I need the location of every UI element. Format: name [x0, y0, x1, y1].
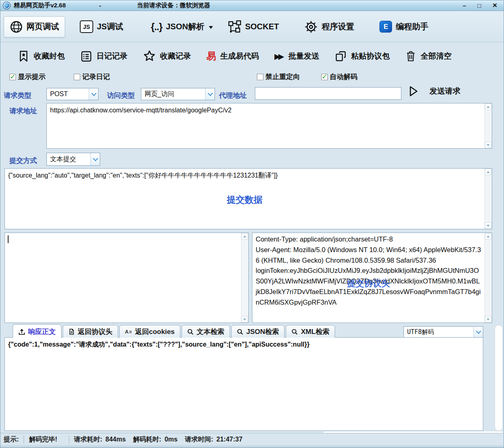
decode-mode-value: UTF8解码: [404, 327, 473, 337]
checkbox-label: 禁止重定向: [265, 72, 300, 81]
scrollbar[interactable]: [484, 233, 492, 323]
tab-response-body[interactable]: 响应正文: [13, 324, 61, 338]
chevron-down-icon[interactable]: [209, 26, 213, 31]
nav-tab-label: JSON解析: [166, 21, 204, 32]
favorite-record-button[interactable]: 收藏记录: [143, 50, 191, 63]
request-headers-value[interactable]: Content-Type: application/json;charset=U…: [252, 233, 484, 323]
scrollbar[interactable]: [484, 169, 492, 229]
nav-tab-settings[interactable]: 程序设置: [298, 16, 360, 37]
checkbox-no-redirect[interactable]: 禁止重定向: [257, 72, 300, 81]
nav-tab-js-debug[interactable]: JS JS调试: [74, 17, 129, 37]
device-info: 当前请求设备：微软浏览器: [137, 2, 210, 9]
scroll-up-icon[interactable]: [241, 233, 248, 239]
nav-tab-coding-helper[interactable]: E 编程助手: [374, 17, 434, 36]
paste-protocol-button[interactable]: 粘贴协议包: [335, 50, 390, 62]
scrollbar[interactable]: [241, 233, 248, 323]
chevron-down-icon[interactable]: [89, 88, 98, 100]
request-url-label: 请求地址: [9, 106, 37, 116]
send-request-button[interactable]: 发送请求: [408, 85, 460, 97]
tab-json-search[interactable]: JSON检索: [231, 325, 285, 338]
response-body-value[interactable]: {"code":1,"message":"请求成功","data":{"text…: [5, 338, 483, 430]
status-tip-label: 提示:: [4, 435, 19, 444]
star-icon: [143, 50, 156, 63]
nav-tab-web-debug[interactable]: 网页调试: [4, 16, 65, 37]
scrollbar[interactable]: [484, 103, 492, 148]
app-logo-icon: [3, 2, 11, 9]
tab-xml-search[interactable]: XML检索: [286, 325, 335, 338]
scroll-up-icon[interactable]: [485, 169, 491, 175]
search-icon: [291, 329, 298, 335]
nav-tab-label: 编程助手: [396, 21, 428, 32]
text-cursor: [8, 235, 9, 243]
chevron-down-icon[interactable]: [205, 88, 215, 100]
request-type-select[interactable]: POST: [46, 88, 99, 100]
extra-data-box[interactable]: [4, 233, 249, 323]
diary-log-button[interactable]: 日记记录: [80, 50, 127, 62]
document-icon: [68, 328, 75, 335]
nav-tab-socket[interactable]: SOCKET: [222, 16, 285, 37]
window-bottom-edge: [0, 445, 504, 448]
checkbox-auto-decode[interactable]: 自动解码: [321, 72, 357, 81]
chevron-down-icon[interactable]: [90, 153, 100, 165]
nav-tab-label: 网页调试: [26, 21, 59, 32]
search-icon: [187, 329, 194, 335]
save-packet-button[interactable]: 收藏封包: [18, 50, 65, 62]
nav-tab-label: SOCKET: [245, 22, 279, 31]
bookmark-star-icon: [18, 50, 30, 62]
batch-send-button[interactable]: ▶▶ 批量发送: [274, 51, 319, 61]
request-url-box[interactable]: https://api.chatknow.com/service-mqtt/tr…: [46, 103, 492, 149]
tab-return-headers[interactable]: 返回协议头: [63, 325, 118, 338]
yi-icon: 易: [206, 50, 216, 63]
scroll-down-icon[interactable]: [485, 222, 491, 229]
app-window: 精易网页助手v2.68 - 当前请求设备：微软浏览器 – □ × 网页调试 JS…: [0, 0, 504, 448]
scroll-down-icon[interactable]: [485, 316, 491, 323]
title-bar: 精易网页助手v2.68 - 当前请求设备：微软浏览器 – □ ×: [0, 0, 504, 11]
submit-data-value[interactable]: {"source_lang":"auto","target_lang":"en"…: [5, 169, 484, 229]
checkbox-show-tip[interactable]: 显示提示: [9, 72, 46, 81]
access-type-select[interactable]: 网页_访问: [141, 88, 215, 100]
app-title: 精易网页助手v2.68: [14, 2, 66, 9]
play-icon: [408, 85, 419, 97]
send-request-label: 发送请求: [429, 86, 460, 97]
nav-tab-label: 程序设置: [322, 21, 354, 32]
access-type-value: 网页_访问: [141, 88, 205, 100]
scroll-up-icon[interactable]: [485, 103, 491, 110]
socket-nodes-icon: [228, 20, 241, 34]
clear-all-button[interactable]: 全部清空: [405, 50, 451, 62]
response-body-box[interactable]: {"code":1,"message":"请求成功","data":{"text…: [4, 337, 483, 431]
tool-label: 日记记录: [96, 51, 127, 61]
scroll-down-icon[interactable]: [485, 142, 491, 148]
a-lines-icon: A≡: [125, 329, 132, 335]
submit-method-select[interactable]: 文本提交: [46, 153, 100, 166]
main-nav-bar: 网页调试 JS JS调试 {..} JSON解析 SOCKET 程序设置 E 编…: [0, 11, 504, 42]
double-play-icon: ▶▶: [274, 52, 284, 61]
decode-mode-select[interactable]: UTF8解码: [403, 326, 483, 338]
checkbox-log-diary[interactable]: 记录日记: [74, 72, 110, 81]
maximize-button[interactable]: □: [478, 2, 481, 9]
scroll-up-icon[interactable]: [485, 233, 491, 239]
paste-icon: [335, 50, 347, 62]
close-button[interactable]: ×: [493, 1, 497, 9]
tab-text-search[interactable]: 文本检索: [182, 325, 230, 338]
generate-e-code-button[interactable]: 易 生成易代码: [206, 50, 259, 63]
nav-tab-json-parse[interactable]: {..} JSON解析: [145, 18, 218, 36]
status-bar: 提示: 解码完毕! 请求耗时: 844ms 解码耗时: 0ms 请求时间: 21…: [0, 433, 504, 446]
scroll-down-icon[interactable]: [241, 316, 248, 323]
list-icon: [80, 50, 92, 62]
request-type-value: POST: [47, 88, 89, 100]
tab-return-cookies[interactable]: A≡ 返回cookies: [119, 325, 180, 338]
panel-vscrollbar[interactable]: [495, 325, 503, 431]
response-tabs: 响应正文 返回协议头 A≡ 返回cookies 文本检索 JSON检索: [13, 326, 336, 338]
chevron-down-icon[interactable]: [473, 327, 483, 337]
request-headers-box[interactable]: Content-Type: application/json;charset=U…: [252, 233, 492, 323]
minimize-button[interactable]: –: [462, 2, 466, 9]
request-url-value[interactable]: https://api.chatknow.com/service-mqtt/tr…: [47, 103, 484, 148]
checkbox-label: 显示提示: [18, 72, 46, 81]
options-row: 显示提示 记录日记 禁止重定向 自动解码: [0, 72, 504, 83]
proxy-address-input[interactable]: [255, 87, 401, 100]
submit-data-box[interactable]: {"source_lang":"auto","target_lang":"en"…: [4, 168, 492, 229]
title-separator: -: [99, 2, 101, 9]
tool-label: 收藏记录: [160, 51, 191, 61]
tool-label: 粘贴协议包: [351, 51, 390, 61]
divider: [69, 435, 69, 444]
